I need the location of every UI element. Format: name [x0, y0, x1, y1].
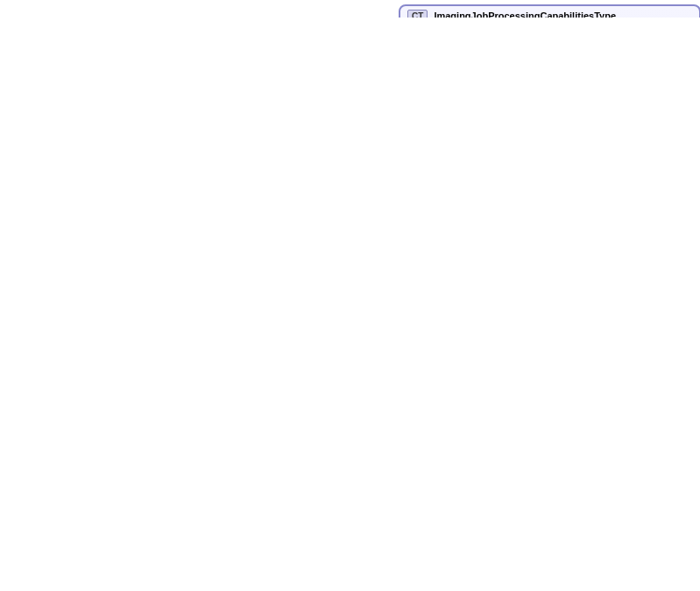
parent-type-box: CT ImagingJobProcessingCapabilitiesType … [399, 4, 700, 18]
parent-type-name: ImagingJobProcessingCapabilitiesType [434, 11, 616, 18]
ct-badge-icon: CT [407, 10, 428, 18]
